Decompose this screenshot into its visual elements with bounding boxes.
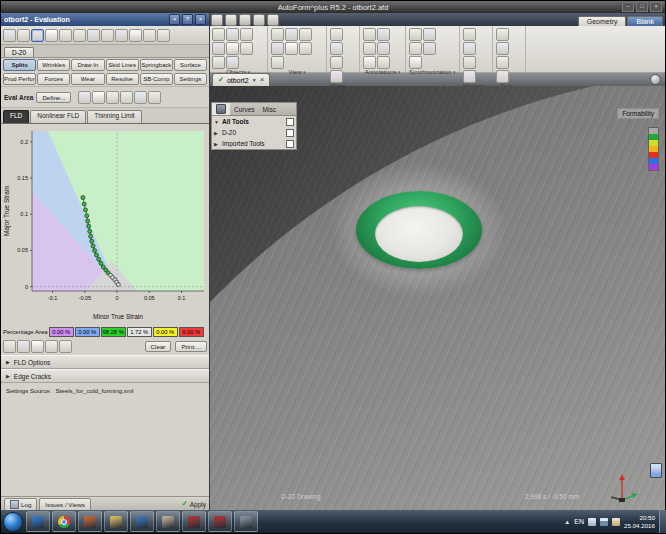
chevron-down-icon[interactable]: ▼ <box>252 77 257 83</box>
skid-lines-button[interactable]: Skid Lines <box>106 59 139 71</box>
ribbon-icon[interactable] <box>363 28 376 41</box>
sb-comp-button[interactable]: SB-Comp <box>140 73 173 85</box>
ribbon-icon[interactable] <box>299 28 312 41</box>
fld-point[interactable] <box>91 244 95 248</box>
chart-tool-icon[interactable] <box>59 340 72 353</box>
evaluation-toolbar-icon[interactable] <box>115 29 128 42</box>
close-button[interactable]: × <box>650 2 662 12</box>
evaluation-toolbar-icon[interactable] <box>3 29 16 42</box>
ribbon-icon[interactable] <box>409 56 422 69</box>
evaluation-toolbar-icon[interactable] <box>17 29 30 42</box>
ribbon-icon[interactable] <box>271 42 284 55</box>
evaluation-toolbar-icon[interactable] <box>31 29 44 42</box>
ribbon-icon[interactable] <box>423 28 436 41</box>
main-titlebar[interactable]: AutoForm^plus R5.2 - otbort2.afd – □ × <box>1 1 665 13</box>
ribbon-icon[interactable] <box>463 70 476 83</box>
apply-button[interactable]: ✓ Apply <box>182 500 206 508</box>
help-icon[interactable]: ? <box>182 14 193 25</box>
clear-button[interactable]: Clear <box>145 341 172 352</box>
bottom-tab-issues-views[interactable]: Issues / Views <box>39 498 90 511</box>
tool-panel-tab-curves[interactable]: Curves <box>230 103 259 115</box>
section-fld-options[interactable]: ▶FLD Options <box>1 355 209 369</box>
bottom-tab-log[interactable]: Log <box>4 498 37 511</box>
chevron-down-icon[interactable]: ▾ <box>452 69 456 75</box>
fld-point[interactable] <box>85 214 89 218</box>
ribbon-icon[interactable] <box>463 56 476 69</box>
chart-tool-icon[interactable] <box>17 340 30 353</box>
document-tab-otbort2[interactable]: ✓ otbort2 ▼ × <box>212 73 270 86</box>
ribbon-icon[interactable] <box>226 28 239 41</box>
tree-item-all-tools[interactable]: ▼All Tools <box>212 116 296 127</box>
taskbar-app-autoform-2[interactable] <box>208 511 232 532</box>
fld-point[interactable] <box>95 253 99 257</box>
fld-point[interactable] <box>97 257 101 261</box>
fld-point[interactable] <box>90 239 94 243</box>
draw-in-button[interactable]: Draw-In <box>71 59 104 71</box>
evaluation-toolbar-icon[interactable] <box>59 29 72 42</box>
action-center-icon[interactable] <box>612 518 620 526</box>
tree-checkbox[interactable] <box>286 140 294 148</box>
settings-source-value[interactable]: Steels_for_cold_forming.xml <box>55 387 133 394</box>
view-tab-blank[interactable]: Blank <box>627 16 663 26</box>
view-tab-geometry[interactable]: Geometry <box>578 16 627 26</box>
ribbon-icon[interactable] <box>463 42 476 55</box>
forces-button[interactable]: Forces <box>37 73 70 85</box>
ribbon-icon[interactable] <box>496 28 509 41</box>
evaluation-toolbar-icon[interactable] <box>45 29 58 42</box>
tree-expander-icon[interactable]: ▶ <box>214 130 220 136</box>
close-tab-icon[interactable]: × <box>260 76 265 84</box>
fld-tab-nonlinear-fld[interactable]: Nonlinear FLD <box>30 110 86 123</box>
evaluation-toolbar-icon[interactable] <box>101 29 114 42</box>
taskbar-app-internet-explorer[interactable] <box>26 511 50 532</box>
evaluation-toolbar-icon[interactable] <box>129 29 142 42</box>
chart-tool-icon[interactable] <box>3 340 16 353</box>
chevron-down-icon[interactable]: ▾ <box>396 69 400 75</box>
taskbar-app-paint-app[interactable] <box>156 511 180 532</box>
minimize-button[interactable]: – <box>622 2 634 12</box>
chart-tool-icon[interactable] <box>31 340 44 353</box>
taskbar-app-media-app[interactable] <box>130 511 154 532</box>
taskbar-app-chrome[interactable] <box>52 511 76 532</box>
ribbon-icon[interactable] <box>496 70 509 83</box>
eval-area-icon[interactable] <box>148 91 161 104</box>
wrinkles-button[interactable]: Wrinkles <box>37 59 70 71</box>
ribbon-icon[interactable] <box>285 42 298 55</box>
ribbon-icon[interactable] <box>299 42 312 55</box>
tree-checkbox[interactable] <box>286 118 294 126</box>
ribbon-icon[interactable] <box>409 42 422 55</box>
prod-perform-button[interactable]: Prod Perform <box>3 73 36 85</box>
tree-item-imported-tools[interactable]: ▶Imported Tools <box>212 138 296 149</box>
ribbon-icon[interactable] <box>377 28 390 41</box>
eval-area-icon[interactable] <box>106 91 119 104</box>
fld-point[interactable] <box>87 224 91 228</box>
quick-access-icon[interactable] <box>267 14 279 26</box>
ribbon-icon[interactable] <box>271 56 284 69</box>
tool-panel-tab-tools[interactable] <box>212 103 230 115</box>
fld-chart[interactable]: -0.1-0.0500.050.100.050.10.150.2Minor Tr… <box>2 126 208 322</box>
print-button[interactable]: Print.... <box>175 341 207 352</box>
tool-panel-tab-misc[interactable]: Misc <box>259 103 280 115</box>
evaluation-toolbar-icon[interactable] <box>143 29 156 42</box>
eval-area-icon[interactable] <box>134 91 147 104</box>
ribbon-icon[interactable] <box>330 56 343 69</box>
ribbon-icon[interactable] <box>212 28 225 41</box>
ribbon-icon[interactable] <box>496 56 509 69</box>
start-button[interactable] <box>3 512 23 532</box>
chart-tool-icon[interactable] <box>45 340 58 353</box>
ribbon-icon[interactable] <box>240 42 253 55</box>
ribbon-icon[interactable] <box>226 42 239 55</box>
taskbar-app-autoform-1[interactable] <box>182 511 206 532</box>
document-icon[interactable] <box>650 463 662 478</box>
fld-point[interactable] <box>86 219 90 223</box>
fld-point[interactable] <box>84 208 88 212</box>
3d-viewport[interactable]: CurvesMisc ▼All Tools▶D-20▶Imported Tool… <box>209 86 665 512</box>
ribbon-icon[interactable] <box>212 56 225 69</box>
ribbon-icon[interactable] <box>226 56 239 69</box>
clock[interactable]: 20:50 25.04.2016 <box>624 514 655 529</box>
settings-button[interactable]: Settings <box>174 73 207 85</box>
show-hidden-icons-button[interactable]: ▲ <box>564 519 570 525</box>
quick-access-icon[interactable] <box>225 14 237 26</box>
fld-tab-fld[interactable]: FLD <box>3 110 29 123</box>
ribbon-icon[interactable] <box>496 42 509 55</box>
taskbar-app-explorer-folder[interactable] <box>104 511 128 532</box>
